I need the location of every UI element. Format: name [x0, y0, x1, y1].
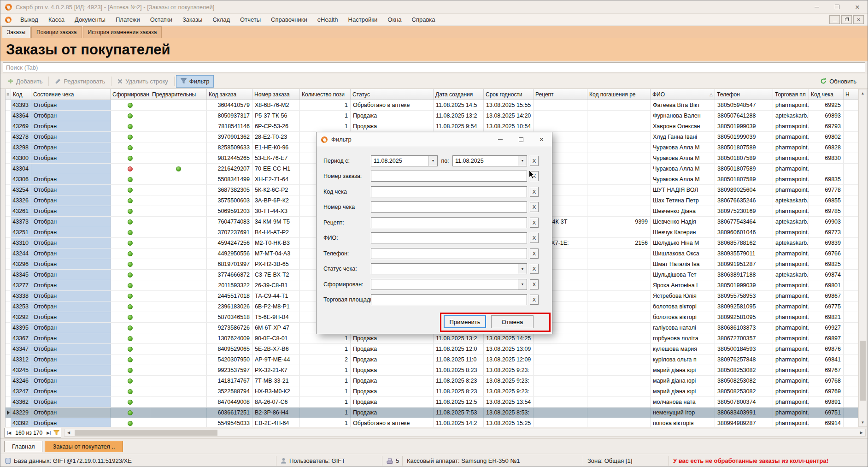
clear-field-button[interactable]: X	[530, 187, 539, 197]
period-from-combo[interactable]: 11.08.2025	[371, 155, 438, 166]
menu-item-Настройки[interactable]: Настройки	[343, 14, 383, 25]
clear-field-button[interactable]: X	[530, 218, 539, 228]
ma ximize-button[interactable]	[827, 0, 847, 13]
table-row[interactable]: 43247Отобран3522588794НХ-В3-М0-К21Продаж…	[6, 386, 858, 397]
column-header-status[interactable]: Статус	[351, 89, 434, 100]
filter-button[interactable]: Фильтр	[176, 75, 214, 88]
column-header-recipe[interactable]: Рецепт	[534, 89, 587, 100]
chevron-down-icon[interactable]	[518, 264, 527, 274]
menu-item-Остатки[interactable]: Остатки	[145, 14, 177, 25]
bottom-tab-1[interactable]: Заказы от покупател ..	[45, 441, 123, 452]
table-row[interactable]: 43229Отобран6036617251В2-3Р-86-Н41Продаж…	[6, 408, 858, 418]
column-header-check-state[interactable]: Состояние чека	[31, 89, 111, 100]
column-header-order-code[interactable]: Код заказа	[207, 89, 252, 100]
child-minimize-button[interactable]	[829, 15, 840, 24]
filter-input-4[interactable]	[371, 217, 527, 228]
dialog-maximize-button[interactable]	[510, 132, 531, 147]
delete-row-button[interactable]: Удалить строку	[113, 75, 173, 88]
column-header-created[interactable]: Дата создания	[434, 89, 484, 100]
clear-field-button[interactable]: X	[530, 156, 539, 166]
filter-input-9[interactable]	[371, 294, 527, 305]
dialog-title-bar[interactable]: Фильтр	[317, 132, 552, 147]
minimize-button[interactable]	[807, 0, 827, 13]
chevron-down-icon[interactable]	[518, 279, 527, 290]
filter-input-5[interactable]	[371, 232, 527, 243]
menu-item-Справка[interactable]: Справка	[407, 14, 440, 25]
column-header-extra[interactable]: Н	[844, 89, 858, 100]
last-page-button[interactable]	[46, 431, 52, 435]
menu-item-eHealth[interactable]: eHealth	[312, 14, 343, 25]
menu-item-Справочники[interactable]: Справочники	[266, 14, 312, 25]
search-input[interactable]	[3, 62, 865, 72]
table-row[interactable]: 43367Отобран130762400990-0Е-С8-011Продаж…	[6, 333, 858, 344]
refresh-button[interactable]: Обновить	[815, 75, 861, 88]
child-restore-button[interactable]	[841, 15, 852, 24]
active-filter-funnel-icon[interactable]	[53, 430, 59, 436]
scroll-left-icon[interactable]	[65, 429, 72, 436]
column-header-order-number[interactable]: Номер заказа	[252, 89, 300, 100]
clear-field-button[interactable]: X	[530, 171, 539, 181]
clear-field-button[interactable]: X	[530, 279, 539, 290]
column-header-quantity[interactable]: Количество пози	[300, 89, 351, 100]
column-header-formed[interactable]: Сформирован	[111, 89, 150, 100]
column-header-expiry[interactable]: Срок годности	[484, 89, 534, 100]
tab-Позиции заказа[interactable]: Позиции заказа	[31, 26, 82, 38]
table-row[interactable]: 43246Отобран14181747677Т-МВ-33-211Продаж…	[6, 376, 858, 386]
clear-field-button[interactable]: X	[530, 248, 539, 259]
clear-field-button[interactable]: X	[530, 233, 539, 243]
dialog-minimize-button[interactable]	[490, 132, 510, 147]
clear-field-button[interactable]: X	[530, 295, 539, 305]
column-header-platform[interactable]: Торговая пл	[773, 89, 809, 100]
filter-input-6[interactable]	[371, 248, 527, 259]
filter-combo-8[interactable]	[371, 279, 527, 290]
menu-item-Склад[interactable]: Склад	[207, 14, 235, 25]
tab-Заказы[interactable]: Заказы	[2, 26, 30, 38]
menu-item-Касса[interactable]: Касса	[43, 14, 70, 25]
scroll-up-icon[interactable]	[859, 89, 867, 97]
table-row[interactable]: 43362Отобран84704490088А-26-07-С61Продаж…	[6, 397, 858, 408]
column-header-check-code[interactable]: Код чека	[809, 89, 844, 100]
menu-item-Отчеты[interactable]: Отчеты	[235, 14, 266, 25]
clear-field-button[interactable]: X	[530, 264, 539, 274]
horizontal-scrollbar-thumb[interactable]	[75, 430, 217, 436]
menu-item-Окна[interactable]: Окна	[382, 14, 406, 25]
table-row[interactable]: 43269Отобран78185411466Р-СР-53-261Продаж…	[6, 121, 858, 132]
menu-item-Выход[interactable]: Выход	[15, 14, 43, 25]
close-button[interactable]	[847, 0, 868, 13]
table-row[interactable]: 43312Отобран5420307950АР-9Т-МЕ-442Продаж…	[6, 355, 858, 365]
vertical-scrollbar[interactable]	[858, 89, 867, 427]
menu-item-Платежи[interactable]: Платежи	[111, 14, 145, 25]
column-header-code[interactable]: Код	[11, 89, 31, 100]
dialog-close-button[interactable]	[531, 132, 552, 147]
filter-input-1[interactable]	[371, 171, 527, 182]
column-header-phone[interactable]: Телефон	[715, 89, 773, 100]
column-header-redeem-code[interactable]: Код погашения ре	[587, 89, 651, 100]
filter-input-2[interactable]	[371, 186, 527, 197]
add-button[interactable]: Добавить	[3, 75, 47, 88]
apply-button[interactable]: Применить	[444, 315, 486, 328]
filter-combo-7[interactable]	[371, 263, 527, 274]
table-row[interactable]: 43245Отобран9923537597РХ-32-21-К71Продаж…	[6, 365, 858, 376]
child-close-button[interactable]	[853, 15, 864, 24]
vertical-scrollbar-thumb[interactable]	[860, 341, 866, 401]
menu-item-Документы[interactable]: Документы	[70, 14, 111, 25]
first-page-button[interactable]	[6, 431, 12, 435]
period-to-combo[interactable]: 11.08.2025	[452, 155, 527, 166]
horizontal-scrollbar[interactable]	[64, 429, 866, 437]
bottom-tab-0[interactable]: Главная	[4, 441, 42, 452]
menu-item-Заказы[interactable]: Заказы	[177, 14, 207, 25]
table-row[interactable]: 43347Отобран84095290655Е-2В-Х7-В61Продаж…	[6, 344, 858, 355]
cancel-button[interactable]: Отмена	[491, 315, 534, 328]
column-header-preliminary[interactable]: Предварительны	[150, 89, 207, 100]
chevron-down-icon[interactable]	[428, 156, 437, 166]
scroll-down-icon[interactable]	[859, 419, 867, 426]
table-row[interactable]: 43364Отобран8050937317Р5-37-ТК-561Продаж…	[6, 111, 858, 121]
column-header-fio[interactable]: ФИО△	[651, 89, 715, 100]
clear-field-button[interactable]: X	[530, 202, 539, 212]
tab-История изменения заказа[interactable]: История изменения заказа	[83, 26, 162, 38]
table-row[interactable]: 43392Отобран5549545033ЕВ-2Е-4Н-641Обрабо…	[6, 418, 858, 427]
chevron-down-icon[interactable]	[518, 156, 527, 166]
edit-button[interactable]: Редактировать	[50, 75, 110, 88]
table-row[interactable]: 43393Отобран3604410579Х8-6В-76-М21Обрабо…	[6, 100, 858, 111]
scroll-right-icon[interactable]	[857, 429, 865, 436]
